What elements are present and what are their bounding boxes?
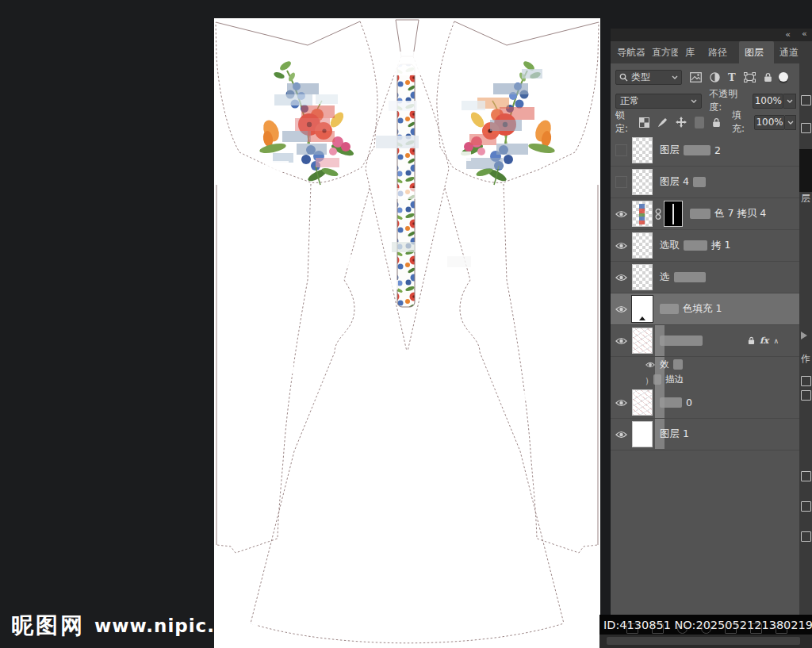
- shape-layer-filter-icon[interactable]: [744, 72, 756, 82]
- tab-导航器[interactable]: 导航器: [617, 41, 645, 63]
- new-layer-icon[interactable]: [750, 623, 762, 634]
- layer-thumbnail[interactable]: [632, 328, 653, 354]
- pixel-layer-filter-icon[interactable]: [690, 72, 702, 82]
- layer-thumbnail[interactable]: [632, 389, 653, 416]
- layer-row[interactable]: fx∧: [611, 325, 799, 357]
- collapse-dock-icon[interactable]: «: [802, 29, 807, 39]
- tab-路径[interactable]: 路径: [708, 41, 732, 63]
- panel-tabbar: 导航器直方图库路径图层通道≡: [611, 41, 799, 63]
- dock-panel-icon[interactable]: [801, 123, 811, 133]
- eye-icon[interactable]: [611, 337, 632, 345]
- dock-panel-icon[interactable]: [801, 471, 811, 481]
- lock-image-pixels-icon[interactable]: [657, 117, 668, 128]
- layer-thumbnail[interactable]: [632, 169, 653, 195]
- dock-panel-icon[interactable]: [801, 95, 811, 105]
- layer-row[interactable]: 图层 4: [611, 167, 799, 198]
- document-canvas[interactable]: [214, 18, 600, 648]
- visibility-toggle-empty[interactable]: [611, 176, 632, 188]
- filter-kind-label: 类型: [631, 71, 668, 84]
- layer-row[interactable]: 选取拷 1: [611, 230, 799, 262]
- dock-panel-icon[interactable]: [801, 531, 811, 542]
- play-icon[interactable]: [801, 332, 807, 339]
- dock-panel-icon[interactable]: [801, 390, 811, 401]
- dock-panel-label[interactable]: 层: [801, 192, 810, 205]
- fill-label: 填充:: [732, 109, 751, 136]
- mask-link-icon[interactable]: [654, 208, 662, 220]
- layer-name: 色 7 拷贝 4: [690, 207, 766, 220]
- chevron-down-icon: [672, 75, 678, 79]
- layer-row[interactable]: 0: [611, 387, 799, 419]
- tab-直方图[interactable]: 直方图: [652, 41, 678, 63]
- layer-row[interactable]: 色 7 拷贝 4: [611, 198, 799, 230]
- censor-patch: [693, 177, 706, 187]
- layer-mask-icon[interactable]: [677, 623, 688, 634]
- lock-transparent-pixels-icon[interactable]: [639, 117, 649, 128]
- censor-patch: [673, 359, 683, 370]
- layer-row[interactable]: 色填充 1: [611, 293, 799, 325]
- lock-position-icon[interactable]: [676, 117, 687, 128]
- eye-icon[interactable]: [645, 362, 655, 368]
- watermark-logo: 昵图网: [11, 611, 85, 641]
- eye-icon[interactable]: [611, 210, 632, 218]
- layer-row[interactable]: 图层2: [611, 135, 799, 167]
- layer-effect-row[interactable]: )描边: [611, 372, 799, 387]
- layer-effect-row[interactable]: 效: [611, 357, 799, 372]
- dock-strip: 层作: [799, 29, 812, 615]
- visibility-toggle-empty[interactable]: [611, 144, 632, 156]
- opacity-field[interactable]: 100%: [753, 94, 783, 109]
- tab-库[interactable]: 库: [685, 41, 701, 63]
- dock-thumbnail: [799, 149, 812, 192]
- fill-field[interactable]: 100%: [754, 115, 785, 130]
- filter-kind-select[interactable]: 类型: [615, 70, 682, 85]
- fill-dropdown-icon[interactable]: [785, 115, 796, 130]
- layer-name: 描边: [653, 374, 684, 385]
- collapse-panel-icon[interactable]: «: [785, 29, 790, 40]
- censor-patch: [653, 374, 661, 385]
- layer-thumbnail[interactable]: [632, 232, 653, 259]
- layer-mask-thumbnail[interactable]: [664, 201, 683, 227]
- dress-pattern-artwork: [214, 18, 600, 648]
- dock-panel-label[interactable]: 作: [801, 352, 810, 366]
- lock-badge-icon: [748, 336, 755, 345]
- lock-all-icon[interactable]: [712, 117, 721, 128]
- dock-panel-icon[interactable]: [801, 376, 811, 386]
- layer-badges: fx∧: [748, 336, 779, 346]
- opacity-dropdown-icon[interactable]: [783, 94, 796, 109]
- censor-patch: [674, 272, 706, 282]
- adjustment-layer-icon[interactable]: [701, 623, 711, 634]
- dock-panel-icon[interactable]: [801, 501, 811, 512]
- smart-object-filter-icon[interactable]: [764, 72, 772, 82]
- blend-row: 正常 不透明度: 100%: [615, 93, 796, 109]
- layer-row[interactable]: 选: [611, 262, 799, 293]
- delete-layer-icon[interactable]: [776, 623, 787, 634]
- layer-row[interactable]: 图层 1: [611, 419, 799, 451]
- layer-thumbnail[interactable]: [632, 296, 653, 322]
- layer-style-icon[interactable]: [652, 623, 664, 634]
- fx-icon[interactable]: fx: [760, 336, 768, 346]
- new-group-icon[interactable]: [725, 623, 737, 634]
- eye-icon[interactable]: [611, 399, 632, 407]
- panel-footer-icons: [626, 623, 787, 634]
- tab-图层[interactable]: 图层: [739, 41, 774, 63]
- panel-header: «: [611, 29, 799, 41]
- eye-icon[interactable]: [611, 431, 632, 439]
- effect-bullet[interactable]: ): [645, 372, 649, 387]
- blend-mode-select[interactable]: 正常: [615, 94, 702, 109]
- layer-thumbnail[interactable]: [632, 137, 653, 163]
- layer-name: 选: [660, 270, 706, 284]
- adjustment-layer-filter-icon[interactable]: [710, 72, 720, 82]
- eye-icon[interactable]: [611, 242, 632, 250]
- type-layer-filter-icon[interactable]: T: [728, 71, 736, 83]
- collapse-effects-icon[interactable]: ∧: [773, 337, 779, 345]
- layer-thumbnail[interactable]: [632, 264, 653, 290]
- link-layers-icon[interactable]: [626, 623, 638, 634]
- search-icon: [619, 73, 628, 82]
- eye-icon[interactable]: [611, 274, 632, 282]
- watermark-url: www.nipic.com: [94, 615, 259, 636]
- layer-thumbnail[interactable]: [632, 421, 653, 447]
- censored-icon: [695, 117, 704, 128]
- eye-icon[interactable]: [611, 305, 632, 313]
- layer-name: 0: [660, 397, 692, 408]
- layer-thumbnail[interactable]: [632, 201, 653, 227]
- filter-toggle-icon[interactable]: [779, 72, 788, 82]
